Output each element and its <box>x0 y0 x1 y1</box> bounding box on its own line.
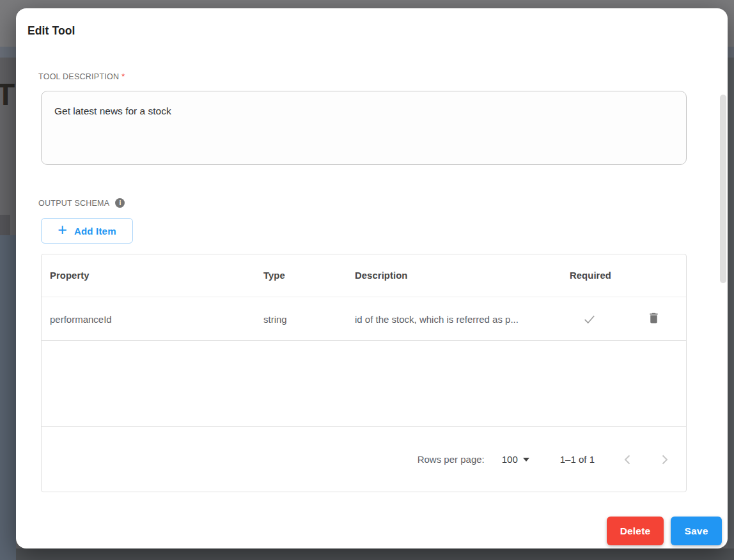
edit-tool-dialog: Edit Tool TOOL DESCRIPTION* Get latest n… <box>16 8 728 548</box>
rows-per-page-select[interactable]: 100 <box>502 454 529 465</box>
tool-description-label: TOOL DESCRIPTION* <box>38 72 125 81</box>
required-asterisk: * <box>121 72 125 81</box>
chevron-left-icon <box>620 452 636 467</box>
required-check-icon <box>582 312 597 326</box>
output-schema-label-row: OUTPUT SCHEMA i <box>38 198 125 208</box>
caret-down-icon <box>523 458 529 462</box>
header-type: Type <box>263 270 285 281</box>
background-page-heading: T <box>0 79 15 110</box>
scrollbar-thumb[interactable] <box>720 95 726 283</box>
table-row[interactable]: performanceId string id of the stock, wh… <box>42 297 686 341</box>
delete-button[interactable]: Delete <box>607 517 664 545</box>
dialog-title: Edit Tool <box>27 24 75 38</box>
table-header-row: Property Type Description Required <box>42 254 686 297</box>
header-description: Description <box>355 270 408 281</box>
add-item-label: Add Item <box>74 226 116 237</box>
backdrop-right <box>728 58 734 560</box>
backdrop-left-lower <box>0 235 16 560</box>
trash-icon <box>647 311 660 325</box>
info-icon[interactable]: i <box>115 198 125 208</box>
add-item-button[interactable]: + Add Item <box>41 218 133 244</box>
rows-per-page-value: 100 <box>502 454 518 465</box>
rows-per-page-label: Rows per page: <box>418 454 485 465</box>
next-page-button[interactable] <box>657 452 672 467</box>
delete-row-button[interactable] <box>646 311 661 327</box>
header-required: Required <box>570 270 611 281</box>
chevron-right-icon <box>657 452 672 467</box>
tool-description-label-text: TOOL DESCRIPTION <box>38 72 119 81</box>
output-schema-table: Property Type Description Required perfo… <box>41 254 687 492</box>
backdrop-bottom <box>16 548 734 560</box>
previous-page-button[interactable] <box>620 452 636 467</box>
header-property: Property <box>50 270 90 281</box>
screen: T Edit Tool TOOL DESCRIPTION* Get latest… <box>0 0 734 560</box>
output-schema-label: OUTPUT SCHEMA <box>38 199 109 208</box>
cell-type: string <box>263 313 287 324</box>
table-pagination: Rows per page: 100 1–1 of 1 <box>42 426 686 492</box>
cell-property: performanceId <box>50 313 112 324</box>
save-button[interactable]: Save <box>671 517 722 545</box>
pagination-range: 1–1 of 1 <box>560 454 595 465</box>
plus-icon: + <box>58 222 67 238</box>
tool-description-input[interactable]: Get latest news for a stock <box>41 91 687 165</box>
cell-description: id of the stock, which is referred as p.… <box>355 313 519 324</box>
backdrop-left-patch <box>0 215 10 235</box>
table-empty-area <box>42 341 686 426</box>
